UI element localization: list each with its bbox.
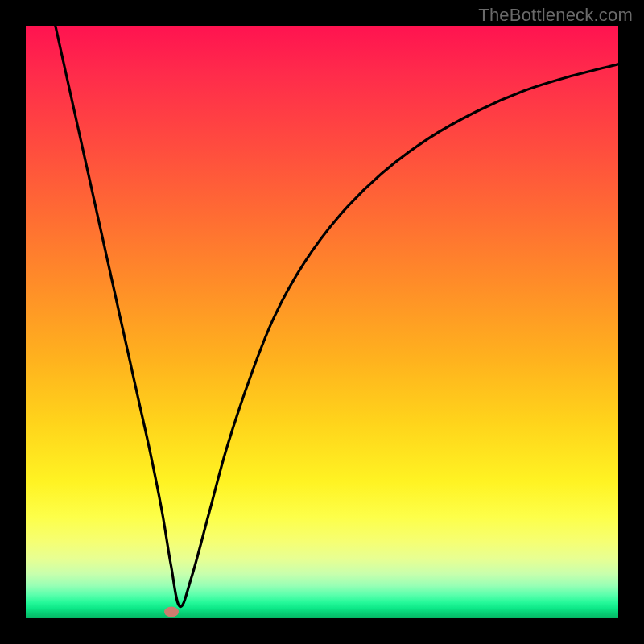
bottleneck-curve — [56, 26, 618, 607]
plot-area — [26, 26, 618, 618]
watermark-text: TheBottleneck.com — [478, 5, 633, 26]
curve-layer — [26, 26, 618, 618]
chart-container: TheBottleneck.com — [0, 0, 644, 644]
optimal-point-marker — [164, 606, 179, 617]
